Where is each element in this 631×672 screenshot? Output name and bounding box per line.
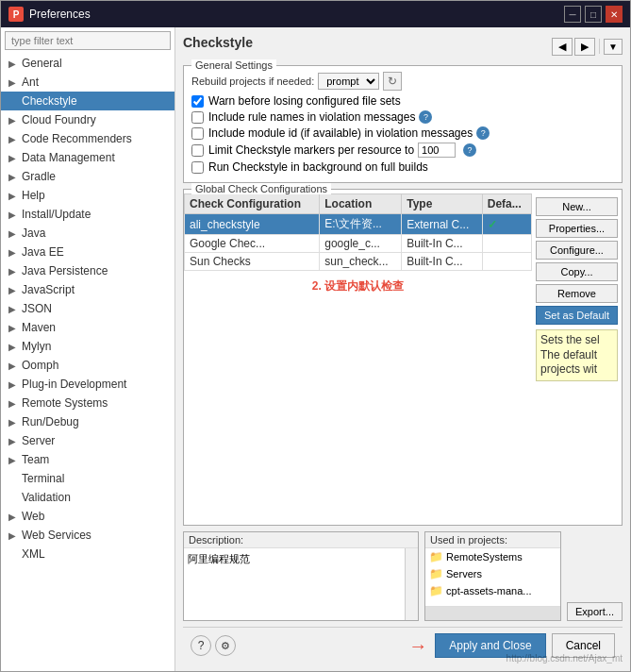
sidebar-item-remote-systems[interactable]: ▶Remote Systems xyxy=(1,394,174,412)
row-default: ✓ xyxy=(482,214,531,235)
col-default: Defa... xyxy=(482,194,531,214)
maximize-button[interactable]: □ xyxy=(585,6,602,23)
row-location: E:\文件资... xyxy=(320,214,402,235)
sidebar-item-terminal[interactable]: Terminal xyxy=(1,469,174,488)
sidebar-item-install-update[interactable]: ▶Install/Update xyxy=(1,205,174,224)
settings-button[interactable]: ⚙ xyxy=(215,635,236,656)
title-bar: P Preferences ─ □ ✕ xyxy=(1,1,630,27)
sidebar-arrow-icon: ▶ xyxy=(8,115,20,126)
include-module-checkbox[interactable] xyxy=(191,127,204,140)
include-module-help-icon[interactable]: ? xyxy=(476,126,490,140)
sidebar-item-general[interactable]: ▶General xyxy=(1,54,174,73)
project-name: Servers xyxy=(446,568,482,580)
project-name: RemoteSystems xyxy=(446,551,523,563)
main-content: ▶General▶Ant Checkstyle▶Cloud Foundry▶Co… xyxy=(1,27,630,671)
description-scrollbar[interactable] xyxy=(405,548,418,620)
panel-title: Checkstyle xyxy=(183,35,253,50)
sidebar-arrow-icon: ▶ xyxy=(8,59,20,69)
sidebar-item-label: Validation xyxy=(22,491,71,504)
run-bg-row: Run Checkstyle in background on full bui… xyxy=(191,160,614,174)
rebuild-select[interactable]: prompt always never xyxy=(318,73,379,90)
sidebar-item-java[interactable]: ▶Java xyxy=(1,224,174,243)
project-item[interactable]: 📁cpt-assets-mana... xyxy=(425,582,560,599)
sidebar-item-web[interactable]: ▶Web xyxy=(1,507,174,526)
row-name: Google Chec... xyxy=(185,235,320,253)
row-location: google_c... xyxy=(320,235,402,253)
sidebar-item-team[interactable]: ▶Team xyxy=(1,450,174,469)
sidebar-item-server[interactable]: ▶Server xyxy=(1,431,174,450)
help-button[interactable]: ? xyxy=(191,635,211,656)
sidebar-item-maven[interactable]: ▶Maven xyxy=(1,318,174,337)
table-row[interactable]: Google Chec...google_c...Built-In C... xyxy=(185,235,532,253)
sidebar-item-checkstyle[interactable]: Checkstyle xyxy=(1,92,174,110)
limit-label: Limit Checkstyle markers per resource to xyxy=(208,143,414,157)
new-button[interactable]: New... xyxy=(536,197,618,216)
copy-button[interactable]: Copy... xyxy=(536,262,618,281)
sidebar-item-run-debug[interactable]: ▶Run/Debug xyxy=(1,412,174,431)
sidebar-item-data-management[interactable]: ▶Data Management xyxy=(1,148,174,167)
sidebar-item-mylyn[interactable]: ▶Mylyn xyxy=(1,337,174,356)
sidebar-item-code-recommenders[interactable]: ▶Code Recommenders xyxy=(1,129,174,148)
sidebar-item-gradle[interactable]: ▶Gradle xyxy=(1,167,174,186)
warn-checkbox[interactable] xyxy=(191,95,204,108)
limit-input[interactable] xyxy=(418,143,456,158)
sidebar-item-ant[interactable]: ▶Ant xyxy=(1,73,174,92)
sidebar-item-java-persistence[interactable]: ▶Java Persistence xyxy=(1,261,174,280)
sidebar-arrow-icon: ▶ xyxy=(8,134,20,144)
sidebar-item-java-ee[interactable]: ▶Java EE xyxy=(1,243,174,261)
sidebar-item-label: Terminal xyxy=(22,472,64,485)
sidebar-item-help[interactable]: ▶Help xyxy=(1,186,174,205)
nav-back-button[interactable]: ◀ xyxy=(552,38,573,56)
set-default-button[interactable]: Set as Default xyxy=(536,306,618,325)
project-item[interactable]: 📁Servers xyxy=(425,565,560,582)
window-title: Preferences xyxy=(29,8,564,21)
nav-dropdown-button[interactable]: ▼ xyxy=(604,39,623,55)
sidebar-item-xml[interactable]: XML xyxy=(1,545,174,563)
table-row[interactable]: Sun Checkssun_check...Built-In C... xyxy=(185,253,532,271)
sidebar-item-label: Data Management xyxy=(22,151,115,164)
projects-scrollbar-h[interactable] xyxy=(425,607,560,620)
sidebar-item-oomph[interactable]: ▶Oomph xyxy=(1,356,174,375)
sidebar-arrow-icon: ▶ xyxy=(8,379,20,390)
used-in-projects-section: Used in projects: 📁RemoteSystems📁Servers… xyxy=(424,531,561,621)
include-rule-label: Include rule names in violation messages xyxy=(208,110,415,124)
run-bg-checkbox[interactable] xyxy=(191,161,204,174)
export-button[interactable]: Export... xyxy=(567,602,623,621)
close-button[interactable]: ✕ xyxy=(606,6,623,23)
sidebar-item-json[interactable]: ▶JSON xyxy=(1,299,174,318)
limit-help-icon[interactable]: ? xyxy=(463,143,476,157)
include-module-label: Include module id (if available) in viol… xyxy=(208,126,473,140)
sidebar-item-javascript[interactable]: ▶JavaScript xyxy=(1,280,174,299)
sidebar-item-validation[interactable]: Validation xyxy=(1,488,174,507)
minimize-button[interactable]: ─ xyxy=(564,6,581,23)
sidebar-item-web-services[interactable]: ▶Web Services xyxy=(1,526,174,545)
sidebar-item-plugin-development[interactable]: ▶Plug-in Development xyxy=(1,375,174,394)
sidebar-arrow-icon: ▶ xyxy=(8,266,20,277)
limit-checkbox[interactable] xyxy=(191,144,204,157)
sidebar-item-label: JSON xyxy=(22,302,52,315)
table-buttons: New... Properties... Configure... Copy..… xyxy=(532,193,622,525)
warn-row: Warn before losing configured file sets xyxy=(191,94,614,108)
configure-button[interactable]: Configure... xyxy=(536,241,618,260)
remove-button[interactable]: Remove xyxy=(536,284,618,303)
properties-button[interactable]: Properties... xyxy=(536,219,618,238)
sidebar-item-label: JavaScript xyxy=(22,283,75,296)
used-in-projects-header: Used in projects: xyxy=(425,532,560,548)
nav-forward-button[interactable]: ▶ xyxy=(574,38,595,56)
row-type: Built-In C... xyxy=(402,235,483,253)
row-default xyxy=(482,253,531,271)
include-rule-help-icon[interactable]: ? xyxy=(419,110,432,124)
project-item[interactable]: 📁RemoteSystems xyxy=(425,548,560,565)
sidebar-item-label: Checkstyle xyxy=(22,94,77,108)
sidebar-item-cloud-foundry[interactable]: ▶Cloud Foundry xyxy=(1,110,174,129)
row-location: sun_check... xyxy=(320,253,402,271)
sidebar-arrow-icon: ▶ xyxy=(8,191,20,201)
filter-input[interactable] xyxy=(5,31,171,50)
row-name: Sun Checks xyxy=(185,253,320,271)
refresh-button[interactable]: ↻ xyxy=(383,72,402,91)
sidebar-arrow-icon: ▶ xyxy=(8,210,20,220)
table-row[interactable]: ali_checkstyleE:\文件资...External C...✓ xyxy=(185,214,532,235)
folder-icon: 📁 xyxy=(429,550,442,563)
include-rule-checkbox[interactable] xyxy=(191,111,204,124)
include-rule-row: Include rule names in violation messages… xyxy=(191,110,614,124)
